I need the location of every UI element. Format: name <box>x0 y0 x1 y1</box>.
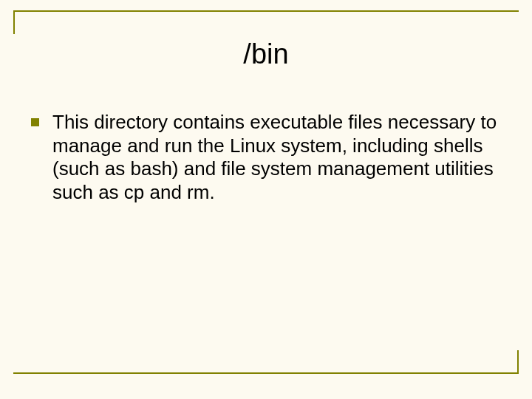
bottom-rule-tick <box>517 350 519 374</box>
slide-body: This directory contains executable files… <box>31 111 501 205</box>
square-bullet-icon <box>31 118 39 126</box>
slide: /bin This directory contains executable … <box>0 0 532 399</box>
top-rule-tick <box>13 10 15 34</box>
slide-title: /bin <box>0 38 532 70</box>
list-item: This directory contains executable files… <box>31 111 501 205</box>
bottom-rule <box>13 372 519 374</box>
top-rule <box>13 10 519 12</box>
bullet-text: This directory contains executable files… <box>52 111 501 205</box>
